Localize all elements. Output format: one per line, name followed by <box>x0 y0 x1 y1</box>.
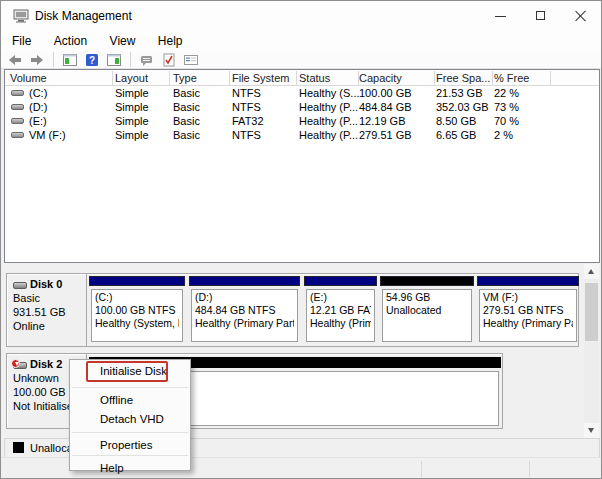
menu-item-help[interactable]: Help <box>70 459 190 478</box>
column-header-free-space[interactable]: Free Spa... <box>436 70 490 86</box>
partition-d[interactable]: (D:) 484.84 GB NTFS Healthy (Primary Par… <box>189 276 300 346</box>
cell-layout: Simple <box>115 114 149 128</box>
vertical-scrollbar[interactable] <box>584 264 599 438</box>
partition-status: Healthy (Primary Partition) <box>195 317 294 330</box>
menu-view[interactable]: View <box>101 31 145 51</box>
column-divider[interactable] <box>296 71 297 85</box>
cell-free-space: 352.03 GB <box>436 100 489 114</box>
column-divider[interactable] <box>358 71 359 85</box>
cell-volume: (D:) <box>29 100 47 114</box>
partition-info: (C:) 100.00 GB NTFS Healthy (System, Boo… <box>91 289 183 342</box>
cell-free-space: 6.65 GB <box>436 128 476 142</box>
column-divider[interactable] <box>169 71 170 85</box>
volume-list: Volume Layout Type File System Status Ca… <box>4 69 600 263</box>
partition-unallocated[interactable]: 54.96 GB Unallocated <box>380 276 474 346</box>
cell-capacity: 12.19 GB <box>359 114 405 128</box>
cell-status: Healthy (S... <box>299 86 360 100</box>
menu-separator <box>72 455 188 456</box>
cell-status: Healthy (P... <box>299 128 358 142</box>
partition-info: VM (F:) 279.51 GB NTFS Healthy (Primary … <box>479 289 577 342</box>
menu-file[interactable]: File <box>3 31 40 51</box>
column-divider[interactable] <box>229 71 230 85</box>
svg-text:?: ? <box>89 55 95 66</box>
disk-management-window: Disk Management File Action View Help ? … <box>0 0 602 479</box>
partition-label: (C:) <box>95 291 179 304</box>
volume-row-e[interactable]: (E:) Simple Basic FAT32 Healthy (P... 12… <box>5 114 599 128</box>
cell-status: Healthy (P... <box>299 114 358 128</box>
partition-info: 54.96 GB Unallocated <box>382 289 472 342</box>
scrollbar-thumb[interactable] <box>585 283 598 341</box>
forward-icon[interactable] <box>29 52 45 68</box>
cell-type: Basic <box>173 100 200 114</box>
disk2-name: Disk 2 <box>30 358 62 370</box>
cell-pct-free: 22 % <box>494 86 519 100</box>
column-header-layout[interactable]: Layout <box>115 70 148 86</box>
column-header-volume[interactable]: Volume <box>10 70 47 86</box>
menu-separator <box>72 432 188 433</box>
toolbar-separator <box>130 52 131 67</box>
show-action-pane-icon[interactable] <box>106 52 122 68</box>
menu-action[interactable]: Action <box>45 31 96 51</box>
column-header-pct-free[interactable]: % Free <box>494 70 529 86</box>
not-initialized-badge-icon <box>11 359 20 368</box>
minimize-button[interactable] <box>481 1 521 31</box>
partition-color-bar <box>477 276 579 286</box>
menu-item-offline[interactable]: Offline <box>70 391 190 410</box>
menu-item-initialise-disk[interactable]: Initialise Disk <box>70 362 190 381</box>
cell-type: Basic <box>173 128 200 142</box>
volume-row-f[interactable]: VM (F:) Simple Basic NTFS Healthy (P... … <box>5 128 599 142</box>
show-console-tree-icon[interactable] <box>62 52 78 68</box>
close-button[interactable] <box>561 1 601 31</box>
unallocated-swatch <box>13 442 24 453</box>
partition-status: Healthy (Primary Partition) <box>310 317 371 330</box>
context-menu-icon[interactable] <box>139 52 155 68</box>
scroll-down-button[interactable] <box>584 423 599 438</box>
minimize-icon <box>495 16 506 17</box>
partition-size: 484.84 GB NTFS <box>195 304 294 317</box>
check-list-icon[interactable] <box>161 52 177 68</box>
partition-size: 100.00 GB NTFS <box>95 304 179 317</box>
volume-row-c[interactable]: (C:) Simple Basic NTFS Healthy (S... 100… <box>5 86 599 100</box>
volume-row-d[interactable]: (D:) Simple Basic NTFS Healthy (P... 484… <box>5 100 599 114</box>
column-header-type[interactable]: Type <box>173 70 197 86</box>
cell-type: Basic <box>173 86 200 100</box>
cell-volume: (E:) <box>29 114 47 128</box>
column-header-file-system[interactable]: File System <box>232 70 289 86</box>
partition-size: 12.21 GB FAT32 <box>310 304 371 317</box>
partition-size: 54.96 GB <box>386 291 468 304</box>
cell-layout: Simple <box>115 86 149 100</box>
menu-item-detach-vhd[interactable]: Detach VHD <box>70 410 190 429</box>
window-controls <box>481 1 601 31</box>
partition-vm-f[interactable]: VM (F:) 279.51 GB NTFS Healthy (Primary … <box>477 276 579 346</box>
column-divider[interactable] <box>434 71 435 85</box>
toolbar: ? <box>1 51 601 69</box>
column-header-status[interactable]: Status <box>299 70 330 86</box>
column-divider[interactable] <box>550 71 551 85</box>
partition-color-bar <box>380 276 474 286</box>
cell-free-space: 8.50 GB <box>436 114 476 128</box>
disk-icon <box>13 282 27 289</box>
partition-color-bar <box>304 276 377 286</box>
disk0-name: Disk 0 <box>30 278 62 290</box>
scroll-up-button[interactable] <box>584 264 599 279</box>
column-header-capacity[interactable]: Capacity <box>359 70 402 86</box>
cell-file-system: FAT32 <box>232 114 264 128</box>
menu-help[interactable]: Help <box>149 31 192 51</box>
properties-icon[interactable] <box>183 52 199 68</box>
cell-layout: Simple <box>115 128 149 142</box>
maximize-button[interactable] <box>521 1 561 31</box>
close-icon <box>575 10 587 22</box>
disk0-label-panel[interactable]: Disk 0 Basic 931.51 GB Online <box>7 274 87 346</box>
partition-c[interactable]: (C:) 100.00 GB NTFS Healthy (System, Boo… <box>89 276 185 346</box>
drive-icon <box>11 90 24 96</box>
column-divider[interactable] <box>492 71 493 85</box>
cell-file-system: NTFS <box>232 86 261 100</box>
menu-item-properties[interactable]: Properties <box>70 436 190 455</box>
cell-capacity: 484.84 GB <box>359 100 412 114</box>
partition-e[interactable]: (E:) 12.21 GB FAT32 Healthy (Primary Par… <box>304 276 377 346</box>
help-icon[interactable]: ? <box>84 52 100 68</box>
partition-status: Healthy (Primary Partition) <box>483 317 573 330</box>
back-icon[interactable] <box>7 52 23 68</box>
column-divider[interactable] <box>112 71 113 85</box>
partition-label: VM (F:) <box>483 291 573 304</box>
